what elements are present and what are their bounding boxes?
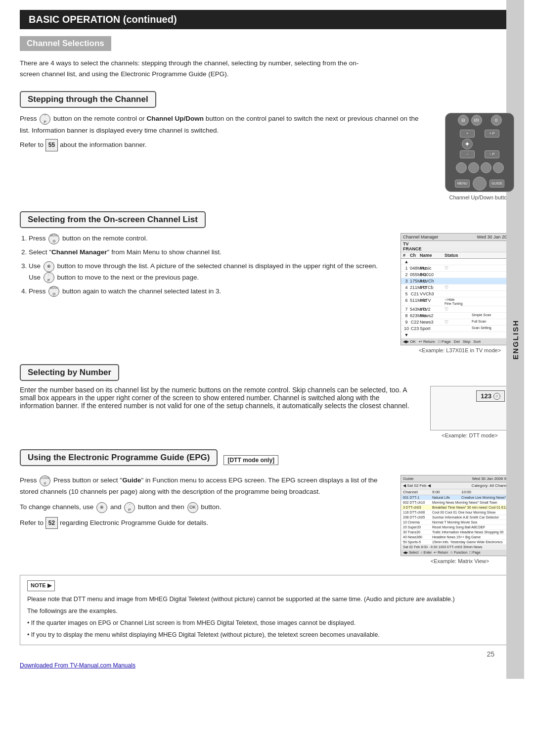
remote-btn-plus: + xyxy=(460,130,475,138)
table-row: ▲ xyxy=(401,259,514,265)
epg-footer: ◀▶ Select○ Enter↩ Return☆ Function□ Page xyxy=(401,550,514,556)
epg-example: Guide Wed 30 Jan 2008 9:00 ◀ Sat 02 Feb … xyxy=(400,475,519,564)
stepping-text3: Refer to xyxy=(20,141,45,148)
table-row: 1048MHzMusic♡ xyxy=(401,265,514,272)
table-row: 10C23Sport Scan Setting xyxy=(401,326,514,332)
remote-drawing: ⊟ I/II 0 + ✦ − + P xyxy=(445,113,514,192)
epg-row: 3 DTT-ch03 Breakfast Time News* 30 min n… xyxy=(401,505,514,510)
stepping-section: Stepping through the Channel Press +P bu… xyxy=(20,91,519,200)
channel-list-example: Channel Manager Wed 30 Jan 2008 TV FRANC… xyxy=(400,233,519,353)
remote-btn-3: 0 xyxy=(491,115,502,126)
page-number: 25 xyxy=(20,650,519,658)
epg-footer-row2: Sat 02 Feb 8:00 - 8:30 1003 DTT-ch03 30m… xyxy=(403,545,482,549)
note-label: NOTE ▶ xyxy=(27,580,55,591)
epg-nav-left: ◀ Sat 02 Feb ◀ xyxy=(403,483,431,488)
channel-selections-intro: There are 4 ways to select the channels:… xyxy=(20,58,366,79)
epg-text4: and xyxy=(110,503,123,511)
table-footer: ◀▶ OK↩ Return□ PageDelSkipSort xyxy=(401,338,514,345)
epg-row: 601 DTT-1 Natural Life Creative Live Mor… xyxy=(401,495,514,500)
table-row: 9C22News3 ♡ Full Scan xyxy=(401,319,514,326)
step-2: Select "Channel Manager" from Main Menu … xyxy=(29,247,391,258)
remote-btn-minus: − xyxy=(460,150,475,158)
channel-selections-header: Channel Selections xyxy=(20,36,111,51)
channel-list-example-caption: <Example: L37X01E in TV mode> xyxy=(400,347,519,353)
epg-nav: ◀ Sat 02 Feb ◀ Category: All Channels xyxy=(401,482,514,489)
english-sidebar: ENGLISH xyxy=(506,0,524,679)
epg-title-row: Using the Electronic Programme Guide (EP… xyxy=(20,449,519,471)
epg-text5: button and then xyxy=(138,503,186,511)
epg-row: 50 Sports-5 15min Info. Yesterday Game W… xyxy=(401,540,514,545)
remote-menu-btn: MENU xyxy=(455,180,470,188)
remote-round-btn xyxy=(473,177,487,190)
epg-ref: 52 xyxy=(45,517,58,529)
table-row: 4211MHz0TTCb♡ xyxy=(401,284,514,291)
table-subheader: TV FRANCE xyxy=(401,241,514,252)
remote-btn-2: I/II xyxy=(471,115,482,126)
epg-table: Guide Wed 30 Jan 2008 9:00 ◀ Sat 02 Feb … xyxy=(400,475,514,556)
epg-row: 40 News360 Headline News 15++ Big Game xyxy=(401,535,514,540)
epg-text1: Press button or select " xyxy=(53,476,122,484)
step-4: Press MENU⊙ button again to watch the ch… xyxy=(29,286,391,297)
epg-text7: Refer to xyxy=(20,519,45,526)
note-line-3: • If the quarter images on EPG or Channe… xyxy=(27,618,512,628)
note-box: NOTE ▶ Please note that DTT menu and ima… xyxy=(20,575,519,645)
epg-col-time1: 9:00 xyxy=(432,490,459,494)
number-box: 123 ○ xyxy=(430,386,509,430)
remote-btn-r4 xyxy=(493,162,504,173)
epg-row: 208 DTT-ch05 Sunrise Information A.B Smi… xyxy=(401,515,514,520)
stepping-bold1: Channel Up/Down xyxy=(146,115,204,122)
number-circle-icon: ○ xyxy=(493,393,500,400)
epg-header-row: Guide Wed 30 Jan 2008 9:00 xyxy=(401,475,514,482)
table-row: 7543MHzuTV2♡ xyxy=(401,306,514,313)
remote-dpad: ✦ xyxy=(462,139,473,149)
remote-btn-r2 xyxy=(468,162,479,173)
dpad-icon: ⊕ xyxy=(44,261,54,272)
epg-text3: To change channels, use xyxy=(20,503,95,511)
english-label: ENGLISH xyxy=(511,320,520,360)
stepping-text1: button on the remote control or xyxy=(53,115,146,122)
remote-btn-pminus: − P xyxy=(485,150,499,158)
footer-link[interactable]: Downloaded From TV-Manual.com Manuals xyxy=(20,662,519,669)
epg-text: Press GUIDE⊙ Press button or select "Gui… xyxy=(20,475,391,564)
channel-manager-table: Channel Manager Wed 30 Jan 2008 TV FRANC… xyxy=(400,233,514,345)
stepping-header: Stepping through the Channel xyxy=(20,91,156,108)
epg-col-header: Channel 9:00 10:00 xyxy=(401,489,514,495)
epg-row: 20 Super20 Reset Morning Song Ball ABCDE… xyxy=(401,525,514,530)
epg-header: Using the Electronic Programme Guide (EP… xyxy=(20,449,218,466)
epg-section: Using the Electronic Programme Guide (EP… xyxy=(20,449,519,564)
table-row: 3175MHzA1VCh xyxy=(401,278,514,284)
epg-row: 602 DTT-ch10 Morning News Morning News* … xyxy=(401,500,514,505)
stepping-press: Press xyxy=(20,115,39,122)
stepping-ref: 55 xyxy=(45,139,58,152)
remote-btn-pplus: + P xyxy=(485,130,499,138)
table-row: 2055MHzBG010 xyxy=(401,272,514,278)
epg-header-right: Wed 30 Jan 2008 9:00 xyxy=(472,476,512,481)
epg-text6: button. xyxy=(201,503,221,511)
table-colheader: # Ch Name Status xyxy=(401,252,514,259)
number-display: 123 ○ xyxy=(476,390,505,402)
main-title-text: BASIC OPERATION (continued) xyxy=(29,14,177,25)
channel-list-header: Selecting from the On-screen Channel Lis… xyxy=(20,211,206,228)
select-number-text: Enter the number based on its channel li… xyxy=(20,386,410,438)
table-header-left: Channel Manager xyxy=(403,235,439,239)
channel-list-text: Press MENU⊙ button on the remote control… xyxy=(20,233,391,353)
step-3: Use ⊕ button to move through the list. A… xyxy=(29,261,391,284)
selecting-number-header: Selecting by Number xyxy=(20,364,119,381)
select-number-example: 123 ○ <Example: DTT mode> xyxy=(420,386,519,438)
epg-row: 116 DTT-ch06 Cool 00 Cool 01 One hour Mo… xyxy=(401,510,514,515)
selecting-number-section: Selecting by Number Enter the number bas… xyxy=(20,364,519,438)
epg-p-icon: +P xyxy=(124,502,135,513)
note-line-1: Please note that DTT menu and image from… xyxy=(27,594,512,604)
channel-list-section: Selecting from the On-screen Channel Lis… xyxy=(20,211,519,353)
channel-manager-bold: Channel Manager xyxy=(51,248,107,256)
epg-example-caption: <Example: Matrix View> xyxy=(400,558,519,564)
remote-btn-r1 xyxy=(456,162,467,173)
p-button-icon: +P xyxy=(40,114,50,125)
select-number-para: Enter the number based on its channel li… xyxy=(20,386,410,410)
table-row: 5C21VVCh3 xyxy=(401,291,514,297)
epg-row: 10 Cinema Normal T Morning Movie Sea xyxy=(401,520,514,525)
epg-row-footer2: Sat 02 Feb 8:00 - 8:30 1003 DTT-ch03 30m… xyxy=(401,545,514,550)
epg-dpad-icon: ⊕ xyxy=(96,502,107,513)
stepping-text4: about the information banner. xyxy=(60,141,147,148)
step-1: Press MENU⊙ button on the remote control… xyxy=(29,233,391,244)
